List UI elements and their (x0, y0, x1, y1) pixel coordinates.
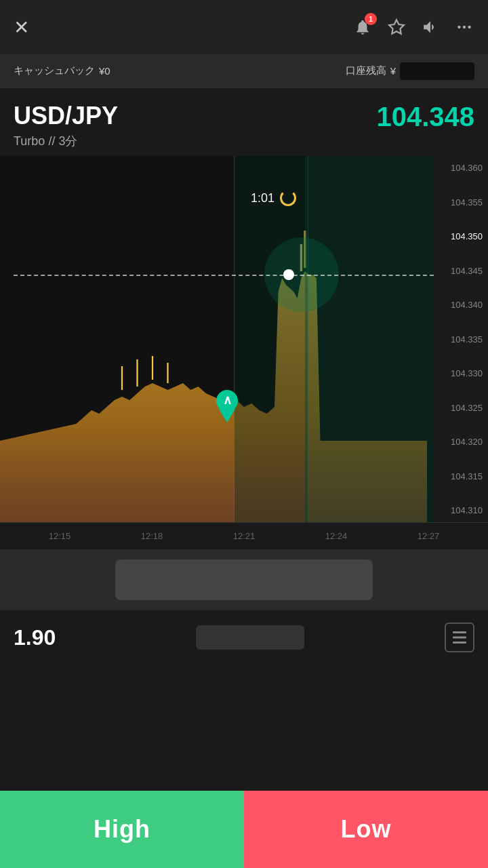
cashback-value: ¥0 (99, 65, 110, 77)
amount-input-blur[interactable] (196, 625, 304, 650)
svg-rect-14 (453, 642, 466, 644)
time-label-4: 12:27 (418, 531, 440, 541)
timer-circle (280, 190, 296, 206)
volume-icon[interactable] (420, 17, 441, 37)
chart-right-overlay (305, 156, 434, 522)
pair-name: USD/JPY (14, 102, 118, 130)
svg-point-1 (458, 26, 460, 28)
amount-value: 1.90 (14, 625, 56, 650)
close-icon[interactable]: ✕ (14, 16, 29, 39)
pair-type: Turbo // 3分 (14, 133, 118, 149)
balance-value-blur (400, 62, 474, 80)
price-label-4: 104.340 (439, 300, 483, 310)
amount-row: 1.90 (0, 610, 488, 665)
timer-value: 1:01 (251, 191, 274, 205)
trade-controls (0, 549, 488, 610)
entry-pin: ∧ (214, 390, 241, 422)
low-label: Low (341, 815, 392, 844)
price-label-10: 104.310 (439, 505, 483, 515)
price-label-6: 104.330 (439, 368, 483, 378)
chart-container: 1:01 ∧ 104.360 104.355 104.350 104.345 1… (0, 156, 488, 522)
star-icon[interactable] (386, 17, 407, 37)
header: ✕ 1 (0, 0, 488, 54)
price-label-5: 104.335 (439, 334, 483, 344)
trade-duration: 3分 (58, 134, 77, 148)
current-price: 104.348 (376, 102, 474, 132)
low-button[interactable]: Low (244, 791, 488, 868)
header-icons: 1 (352, 17, 474, 37)
price-label-1: 104.355 (439, 197, 483, 208)
pair-info: USD/JPY Turbo // 3分 (14, 102, 118, 149)
high-label: High (94, 815, 150, 844)
time-label-2: 12:21 (233, 531, 256, 541)
svg-marker-0 (389, 20, 404, 34)
high-button[interactable]: High (0, 791, 244, 868)
timer-overlay: 1:01 (251, 190, 296, 206)
balance-label: 口座残高 (346, 64, 386, 77)
crosshair-dot (283, 269, 294, 280)
svg-text:∧: ∧ (223, 393, 232, 407)
svg-rect-12 (453, 631, 466, 633)
bottom-buttons: High Low (0, 791, 488, 868)
balance-area: 口座残高 ¥ (346, 62, 474, 80)
time-axis: 12:15 12:18 12:21 12:24 12:27 (0, 522, 488, 549)
trade-type: Turbo (14, 134, 45, 148)
svg-point-3 (468, 26, 470, 28)
balance-currency: ¥ (390, 65, 396, 77)
time-label-0: 12:15 (49, 531, 71, 541)
trade-input-blur[interactable] (115, 559, 373, 600)
price-axis: 104.360 104.355 104.350 104.345 104.340 … (434, 156, 488, 522)
svg-rect-13 (453, 637, 466, 639)
price-label-2: 104.350 (439, 231, 483, 241)
price-label-7: 104.325 (439, 403, 483, 413)
separator: // (48, 134, 58, 148)
notification-wrapper: 1 (352, 17, 373, 37)
svg-point-2 (463, 26, 466, 28)
pair-header: USD/JPY Turbo // 3分 104.348 (0, 88, 488, 156)
price-label-9: 104.315 (439, 471, 483, 481)
price-label-8: 104.320 (439, 437, 483, 447)
info-bar: キャッシュバック ¥0 口座残高 ¥ (0, 54, 488, 88)
cashback-label: キャッシュバック (14, 64, 95, 77)
trade-settings-icon[interactable] (445, 623, 474, 652)
chart-column-overlay (234, 156, 308, 522)
notification-badge: 1 (365, 13, 377, 25)
time-label-1: 12:18 (141, 531, 163, 541)
price-label-0: 104.360 (439, 163, 483, 173)
more-icon[interactable] (454, 17, 474, 37)
cashback-area: キャッシュバック ¥0 (14, 64, 110, 77)
time-label-3: 12:24 (325, 531, 348, 541)
crosshair-line (14, 275, 434, 276)
price-label-3: 104.345 (439, 266, 483, 276)
